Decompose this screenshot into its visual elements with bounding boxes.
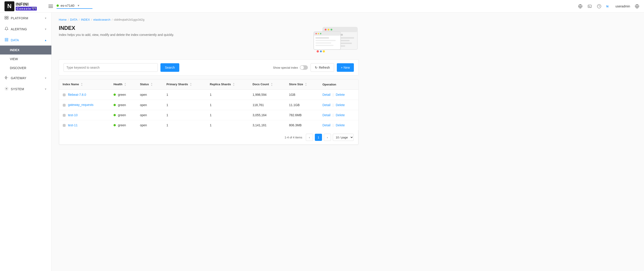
sort-replica-shards-icon[interactable]: ▲▼ [233,82,235,86]
action-separator: | [333,93,334,96]
pagination-summary: 1-4 of 4 items [284,136,302,139]
page-description: Index helps you to add, view, modify and… [59,33,174,36]
td-index-name: filebeat-7.8.0 [59,90,110,100]
delete-link[interactable]: Delete [336,93,345,96]
svg-point-17 [328,29,330,30]
breadcrumb-data[interactable]: DATA [70,18,78,21]
sidebar-discover-label: DISCOVER [10,66,26,70]
new-button[interactable]: + New [337,63,354,72]
svg-rect-46 [63,114,66,117]
sort-docs-count-icon[interactable]: ▲▼ [271,82,273,86]
breadcrumb-elasticsearch[interactable]: elasticsearch [93,18,110,21]
sidebar-item-gateway-left: GATEWAY [4,76,26,80]
sidebar-item-view[interactable]: VIEW [0,54,52,64]
td-store-size: 1GB [286,90,319,100]
sidebar-item-alerting[interactable]: ALERTING ▼ [0,24,52,34]
help-icon[interactable] [597,4,602,9]
td-operation: Detail | Delete [319,110,358,120]
svg-point-26 [316,33,317,34]
svg-rect-41 [63,104,66,106]
pagination-page-1-button[interactable]: 1 [315,134,322,141]
cluster-selector[interactable]: es-v7140 ▼ [56,4,92,9]
index-name-link[interactable]: test-10 [68,113,78,117]
sidebar-item-data[interactable]: DATA ▲ [0,34,52,46]
sidebar-item-gateway[interactable]: GATEWAY ▼ [0,72,52,84]
index-name-link[interactable]: filebeat-7.8.0 [68,93,86,96]
svg-rect-8 [7,18,8,19]
svg-rect-9 [5,38,8,39]
alerting-icon [4,27,8,32]
td-health: green [110,100,136,110]
table-header: Index Name ▲▼ Health ▲▼ Status ▲▼ [59,80,358,90]
index-table-element: Index Name ▲▼ Health ▲▼ Status ▲▼ [59,80,358,130]
detail-link[interactable]: Detail [322,93,330,96]
sidebar-index-label: INDEX [10,48,20,52]
delete-link[interactable]: Delete [336,124,345,127]
svg-rect-1 [588,5,591,8]
table-body: filebeat-7.8.0 green open 1 1 1,998,594 … [59,90,358,130]
td-index-name: gateway_requests [59,100,110,110]
pagination-next-button[interactable]: › [324,134,331,141]
health-status-dot [114,104,116,106]
svg-text:N: N [606,5,608,8]
sidebar-platform-label: PLATFORM [11,16,28,20]
detail-link[interactable]: Detail [322,113,330,117]
sort-store-size-icon[interactable]: ▲▼ [305,82,307,86]
sort-index-name-icon[interactable]: ▲▼ [81,82,83,86]
breadcrumb-current: cbb9nqtath2d1ggs3d2g [114,18,144,21]
show-special-toggle[interactable] [300,65,308,70]
breadcrumb-sep: / [68,18,69,21]
page-header: INDEX Index helps you to add, view, modi… [59,25,358,54]
pagination-prev-button[interactable]: ‹ [306,134,313,141]
username-label[interactable]: useradmin [616,4,630,8]
per-page-select[interactable]: 10 / page 20 / page 50 / page [333,134,354,141]
breadcrumb-home[interactable]: Home [59,18,67,21]
search-input[interactable] [64,63,158,72]
svg-rect-31 [316,42,331,44]
td-health: green [110,90,136,100]
td-replica-shards: 1 [206,120,249,130]
hamburger-menu-icon[interactable] [48,5,53,8]
td-health: green [110,120,136,130]
health-status-dot [114,114,116,116]
sidebar-item-index[interactable]: INDEX [0,46,52,54]
sidebar-alerting-label: ALERTING [11,27,27,31]
detail-link[interactable]: Detail [322,124,330,127]
bar4 [35,7,36,10]
sidebar-item-system[interactable]: SYSTEM ▼ [0,84,52,94]
sidebar-item-discover[interactable]: DISCOVER [0,64,52,72]
detail-link[interactable]: Detail [322,103,330,107]
cluster-status-dot [56,4,59,7]
language-icon[interactable] [634,4,640,9]
search-button[interactable]: Search [160,63,179,72]
show-special-index-label: Show special index [273,65,308,70]
refresh-button[interactable]: ↻ Refresh [310,63,334,72]
svg-point-2 [597,4,601,8]
svg-rect-10 [5,40,8,40]
sort-status-icon[interactable]: ▲▼ [151,82,152,86]
data-icon [4,38,8,42]
terminal-icon[interactable] [587,4,592,9]
logo-infini: INFINI [16,2,37,7]
sidebar: PLATFORM ▼ ALERTING ▼ DATA ▲ INDEX [0,12,52,271]
td-status: open [136,90,163,100]
logo[interactable]: N INFINI Console [4,1,45,12]
td-docs-count: 1,998,594 [249,90,286,100]
gateway-icon [4,76,8,80]
table-icon [62,93,67,96]
breadcrumb-index[interactable]: INDEX [81,18,90,21]
th-docs-count: Docs Count ▲▼ [249,80,286,90]
sort-primary-shards-icon[interactable]: ▲▼ [190,82,192,86]
index-name-link[interactable]: gateway_requests [68,103,94,106]
delete-link[interactable]: Delete [336,113,345,117]
th-operation: Operation [319,80,358,90]
delete-link[interactable]: Delete [336,103,345,107]
td-health: green [110,110,136,120]
td-primary-shards: 1 [163,110,206,120]
globe-icon[interactable] [578,4,583,9]
bar3 [34,7,35,8]
index-name-link[interactable]: test-11 [68,124,78,127]
sidebar-item-platform[interactable]: PLATFORM ▼ [0,12,52,24]
infini-logo-icon[interactable]: N [606,4,611,9]
sort-health-icon[interactable]: ▲▼ [124,82,126,86]
